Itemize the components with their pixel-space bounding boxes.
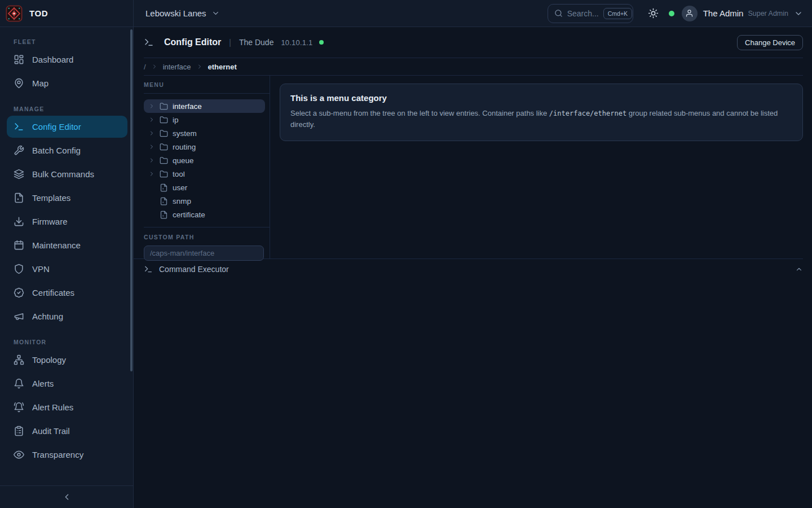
folder-icon	[160, 170, 168, 178]
megaphone-icon	[14, 311, 24, 322]
card-body-path: /interface/ethernet	[549, 110, 626, 117]
layers-icon	[14, 169, 24, 179]
wrench-icon	[14, 145, 24, 156]
chevron-up-icon	[795, 265, 803, 273]
tree-item-queue[interactable]: queue	[144, 154, 265, 167]
chevron-down-icon[interactable]	[794, 9, 803, 18]
bell-icon	[14, 378, 24, 389]
tree-item-interface[interactable]: interface	[144, 99, 265, 113]
sidebar-item-batch-config[interactable]: Batch Config	[7, 139, 127, 161]
tree-item-label: interface	[173, 102, 202, 111]
tree-item-label: ip	[173, 116, 179, 124]
sidebar-item-dashboard[interactable]: Dashboard	[7, 49, 127, 71]
map-pin-icon	[14, 78, 24, 89]
tree-item-snmp[interactable]: snmp	[144, 194, 265, 208]
sidebar-item-audit-trail[interactable]: Audit Trail	[7, 420, 127, 442]
app-logo-icon	[6, 5, 23, 22]
tree-item-label: user	[173, 183, 187, 192]
caret-spacer	[148, 184, 155, 191]
sidebar-item-label: Alerts	[32, 379, 54, 388]
chevron-right-icon	[196, 63, 203, 70]
network-icon	[14, 354, 24, 365]
sidebar-item-config-editor[interactable]: Config Editor	[7, 116, 127, 138]
topbar: TOD Lebowski Lanes Search... Cmd+K The A…	[0, 0, 812, 27]
shield-icon	[14, 264, 24, 274]
sidebar-item-label: Batch Config	[32, 146, 81, 155]
sidebar-item-achtung[interactable]: Achtung	[7, 305, 127, 327]
card-body: Select a sub-menu from the tree on the l…	[290, 108, 792, 130]
sidebar-item-alert-rules[interactable]: Alert Rules	[7, 396, 127, 418]
breadcrumb-parent[interactable]: interface	[163, 63, 191, 71]
command-executor-section: Command Executor	[134, 259, 803, 279]
sidebar-item-maintenance[interactable]: Maintenance	[7, 234, 127, 256]
sidebar-item-map[interactable]: Map	[7, 72, 127, 94]
card-body-text: Select a sub-menu from the tree on the l…	[290, 109, 549, 117]
chevron-right-icon	[148, 157, 155, 164]
tree-item-label: certificate	[173, 211, 205, 219]
sidebar-item-templates[interactable]: Templates	[7, 187, 127, 209]
sidebar-item-bulk-commands[interactable]: Bulk Commands	[7, 163, 127, 185]
sidebar-item-label: Maintenance	[32, 240, 81, 250]
search-input[interactable]: Search... Cmd+K	[548, 4, 633, 23]
tree-item-ip[interactable]: ip	[144, 113, 265, 126]
chevron-right-icon	[148, 130, 155, 137]
tree-item-tool[interactable]: tool	[144, 167, 265, 181]
sidebar-item-firmware[interactable]: Firmware	[7, 211, 127, 233]
folder-icon	[160, 129, 168, 138]
tree-item-certificate[interactable]: certificate	[144, 208, 265, 221]
bell-ring-icon	[14, 402, 24, 413]
file-icon	[160, 197, 168, 205]
caret-spacer	[148, 198, 155, 204]
sidebar-item-label: Map	[32, 78, 48, 88]
change-device-button[interactable]: Change Device	[737, 35, 803, 50]
sidebar-item-topology[interactable]: Topology	[7, 349, 127, 371]
sidebar-nav: FLEETDashboardMapMANAGEConfig EditorBatc…	[0, 27, 133, 466]
custom-path-input[interactable]	[144, 246, 264, 261]
org-name: Lebowski Lanes	[145, 8, 206, 18]
menu-panel-label: MENU	[144, 76, 270, 94]
chevron-right-icon	[148, 103, 155, 110]
search-icon	[554, 9, 563, 17]
sidebar-item-label: Templates	[32, 193, 70, 203]
tree-item-user[interactable]: user	[144, 181, 265, 194]
sidebar-item-label: Config Editor	[32, 122, 81, 132]
theme-toggle-sun-icon[interactable]	[648, 8, 659, 19]
sidebar-item-label: Alert Rules	[32, 402, 73, 412]
tree-item-routing[interactable]: routing	[144, 140, 265, 154]
sidebar-item-alerts[interactable]: Alerts	[7, 373, 127, 395]
clipboard-icon	[14, 426, 24, 436]
breadcrumb-current: ethernet	[208, 63, 237, 71]
device-name: The Dude	[239, 38, 273, 47]
sidebar-footer	[0, 485, 133, 508]
chevron-right-icon	[148, 116, 155, 123]
tree-item-system[interactable]: system	[144, 126, 265, 140]
brand: TOD	[0, 0, 134, 27]
sidebar-item-transparency[interactable]: Transparency	[7, 444, 127, 466]
content-panel: This is a menu category Select a sub-men…	[270, 76, 812, 259]
sidebar-collapse-button[interactable]	[62, 492, 72, 502]
page-title: Config Editor	[164, 37, 221, 47]
main-content: Config Editor | The Dude 10.10.1.1 Chang…	[134, 27, 812, 508]
avatar[interactable]	[682, 6, 698, 21]
search-shortcut-kbd: Cmd+K	[603, 8, 632, 19]
folder-icon	[160, 116, 168, 124]
sidebar-item-vpn[interactable]: VPN	[7, 258, 127, 280]
download-icon	[14, 216, 24, 227]
tree-item-label: system	[173, 129, 197, 138]
sidebar-scrollbar[interactable]	[130, 29, 133, 371]
breadcrumb-root[interactable]: /	[144, 63, 146, 71]
user-name: The Admin	[703, 8, 744, 18]
file-icon	[14, 192, 24, 203]
terminal-icon	[14, 121, 24, 132]
sidebar-item-label: Audit Trail	[32, 426, 70, 436]
page-header: Config Editor | The Dude 10.10.1.1 Chang…	[144, 27, 803, 58]
tree-item-label: routing	[173, 143, 196, 151]
custom-path-label: CUSTOM PATH	[144, 234, 264, 240]
sidebar-item-certificates[interactable]: Certificates	[7, 282, 127, 304]
sidebar-item-label: Firmware	[32, 217, 68, 226]
org-switcher[interactable]: Lebowski Lanes	[145, 8, 220, 18]
sidebar-section-label: MONITOR	[14, 339, 127, 345]
command-executor-toggle[interactable]: Command Executor	[134, 259, 803, 279]
terminal-icon	[144, 265, 153, 274]
brand-name: TOD	[29, 8, 48, 18]
